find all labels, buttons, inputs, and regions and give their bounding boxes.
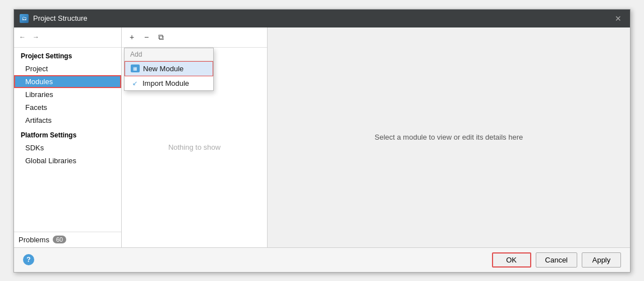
sidebar-item-modules[interactable]: Modules bbox=[14, 75, 121, 88]
sidebar-item-artifacts[interactable]: Artifacts bbox=[14, 114, 121, 127]
module-toolbar: + − ⧉ bbox=[122, 27, 267, 48]
project-structure-window: 🗂 Project Structure ✕ ← → Project Settin… bbox=[13, 9, 631, 273]
module-list-panel: + − ⧉ Add ▦ New Module ↙ Import Module bbox=[122, 27, 268, 247]
sidebar-bottom: Problems 60 bbox=[14, 232, 121, 247]
detail-panel: Select a module to view or edit its deta… bbox=[268, 27, 630, 247]
empty-state-text: Nothing to show bbox=[168, 143, 220, 151]
dropdown-header: Add bbox=[125, 48, 213, 61]
sidebar-item-project[interactable]: Project bbox=[14, 62, 121, 75]
project-settings-header: Project Settings bbox=[14, 48, 121, 62]
nav-forward-button[interactable]: → bbox=[30, 31, 42, 43]
sidebar-item-facets[interactable]: Facets bbox=[14, 101, 121, 114]
sidebar-item-global-libraries[interactable]: Global Libraries bbox=[14, 154, 121, 167]
new-module-item[interactable]: ▦ New Module bbox=[125, 61, 213, 76]
title-bar: 🗂 Project Structure ✕ bbox=[14, 10, 630, 27]
add-button[interactable]: + bbox=[125, 30, 139, 44]
copy-button[interactable]: ⧉ bbox=[154, 30, 168, 44]
problems-label: Problems bbox=[19, 236, 49, 244]
title-bar-left: 🗂 Project Structure bbox=[20, 14, 88, 23]
platform-settings-header: Platform Settings bbox=[14, 127, 121, 141]
ok-button[interactable]: OK bbox=[492, 252, 531, 268]
footer: ? OK Cancel Apply bbox=[14, 247, 630, 272]
main-panel: + − ⧉ Add ▦ New Module ↙ Import Module bbox=[122, 27, 630, 247]
import-module-icon: ↙ bbox=[130, 79, 139, 87]
app-icon: 🗂 bbox=[20, 14, 29, 23]
cancel-button[interactable]: Cancel bbox=[536, 252, 577, 268]
dropdown-menu: Add ▦ New Module ↙ Import Module bbox=[124, 48, 214, 91]
remove-button[interactable]: − bbox=[140, 30, 153, 44]
close-button[interactable]: ✕ bbox=[612, 12, 624, 25]
new-module-icon: ▦ bbox=[131, 65, 140, 72]
import-module-item[interactable]: ↙ Import Module bbox=[125, 76, 213, 90]
footer-buttons: OK Cancel Apply bbox=[492, 252, 621, 268]
new-module-label: New Module bbox=[143, 65, 183, 73]
problems-badge: 60 bbox=[53, 236, 66, 243]
window-title: Project Structure bbox=[33, 14, 88, 22]
detail-placeholder: Select a module to view or edit its deta… bbox=[375, 133, 523, 141]
apply-button[interactable]: Apply bbox=[582, 252, 621, 268]
content-area: ← → Project Settings Project Modules Lib… bbox=[14, 27, 630, 247]
import-module-label: Import Module bbox=[142, 79, 189, 87]
help-button[interactable]: ? bbox=[23, 254, 34, 265]
sidebar-item-sdks[interactable]: SDKs bbox=[14, 141, 121, 154]
sidebar: ← → Project Settings Project Modules Lib… bbox=[14, 27, 122, 247]
sidebar-item-libraries[interactable]: Libraries bbox=[14, 88, 121, 101]
nav-toolbar: ← → bbox=[14, 27, 121, 48]
nav-back-button[interactable]: ← bbox=[16, 31, 29, 43]
